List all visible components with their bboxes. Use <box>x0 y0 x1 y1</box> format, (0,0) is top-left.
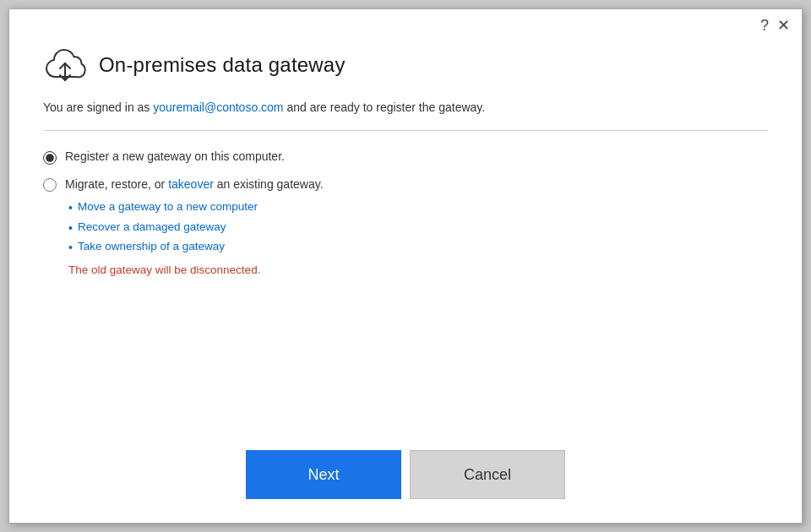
option2-label-after: an existing gateway. <box>214 177 324 191</box>
next-button[interactable]: Next <box>246 450 401 499</box>
subitem-1: Move a gateway to a new computer <box>68 198 324 219</box>
subtitle-text: You are signed in as youremail@contoso.c… <box>43 99 768 117</box>
sub-list: Move a gateway to a new computer Recover… <box>68 198 324 258</box>
option1-radio[interactable] <box>43 151 57 165</box>
dialog-footer: Next Cancel <box>9 437 802 523</box>
subtitle-before-email: You are signed in as <box>43 100 153 114</box>
warning-text: The old gateway will be disconnected. <box>68 263 324 276</box>
title-bar: ? ✕ <box>9 9 802 36</box>
divider <box>43 130 768 131</box>
email-text: youremail@contoso.com <box>153 100 283 114</box>
option1-container: Register a new gateway on this computer. <box>43 149 768 165</box>
option2-container: Migrate, restore, or takeover an existin… <box>43 176 768 276</box>
subitem-2: Recover a damaged gateway <box>68 219 324 239</box>
dialog-container: ? ✕ On-premises data gateway You are sig… <box>8 8 803 524</box>
subtitle-after-email: and are ready to register the gateway. <box>284 100 486 114</box>
cloud-icon <box>43 45 87 85</box>
dialog-header: On-premises data gateway <box>43 45 768 85</box>
cancel-button[interactable]: Cancel <box>410 450 565 499</box>
subitem-3: Take ownership of a gateway <box>68 238 324 258</box>
option2-label-link: takeover <box>168 177 214 191</box>
option2-radio[interactable] <box>43 178 57 192</box>
option2-content: Migrate, restore, or takeover an existin… <box>65 176 324 276</box>
dialog-content: On-premises data gateway You are signed … <box>9 36 802 437</box>
option1-label[interactable]: Register a new gateway on this computer. <box>65 149 285 163</box>
option2-label[interactable]: Migrate, restore, or takeover an existin… <box>65 177 324 191</box>
close-button[interactable]: ✕ <box>777 18 790 33</box>
option2-label-before: Migrate, restore, or <box>65 177 168 191</box>
help-button[interactable]: ? <box>760 18 769 33</box>
dialog-title: On-premises data gateway <box>99 53 346 77</box>
options-container: Register a new gateway on this computer.… <box>43 149 768 420</box>
